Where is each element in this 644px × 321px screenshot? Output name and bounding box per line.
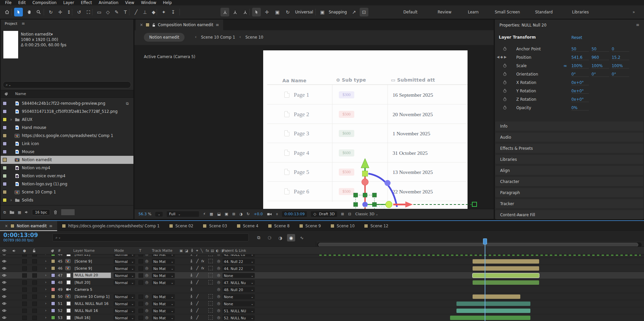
- layer-name[interactable]: [Scene 9]: [75, 266, 92, 271]
- solo-cell[interactable]: [22, 273, 27, 278]
- channel-icon[interactable]: ◑: [239, 212, 243, 216]
- switch-header-icon[interactable]: fx: [206, 248, 209, 253]
- 3d-layer-cell[interactable]: [208, 308, 213, 313]
- layer-name[interactable]: NULL Null 20: [73, 273, 111, 278]
- transparency-grid-icon[interactable]: ▦: [210, 212, 213, 216]
- gizmo-position-button[interactable]: ✛: [263, 8, 271, 16]
- shy-switch-icon[interactable]: [190, 294, 193, 299]
- eye-icon[interactable]: [2, 316, 6, 319]
- label-color-chip[interactable]: [51, 316, 55, 320]
- solo-cell[interactable]: [22, 259, 27, 264]
- layer-name[interactable]: [Null 20]: [75, 280, 90, 285]
- stopwatch-icon[interactable]: [503, 97, 507, 101]
- parent-link-dropdown[interactable]: None⌄: [223, 301, 255, 306]
- layer-name[interactable]: Camera 5: [75, 287, 92, 292]
- gizmo-rotate-button[interactable]: ↻: [283, 8, 292, 16]
- project-name-column-header[interactable]: Name: [1, 90, 133, 98]
- properties-menu-icon[interactable]: ≡: [636, 22, 639, 27]
- rectangle-tool[interactable]: ▭: [95, 8, 104, 16]
- eye-icon[interactable]: [2, 267, 6, 270]
- parent-link-column-label[interactable]: Parent & Link: [223, 248, 246, 253]
- preserve-transparency-cell[interactable]: [138, 316, 143, 320]
- preserve-transparency-cell[interactable]: [138, 309, 143, 313]
- new-folder-icon[interactable]: [9, 210, 14, 214]
- lock-cell[interactable]: [32, 316, 37, 320]
- track-matte-dropdown[interactable]: No Mat⌄: [152, 301, 175, 306]
- label-color-chip[interactable]: [51, 294, 55, 299]
- stopwatch-icon[interactable]: [503, 105, 507, 110]
- keyframe-navigator[interactable]: ◀◆▶: [497, 55, 508, 59]
- shy-switch-icon[interactable]: [190, 302, 193, 306]
- parent-link-dropdown[interactable]: 47. NULL Nu⌄: [223, 280, 255, 285]
- layer-row-45[interactable]: ›45[Scene 9]Normal⌄◎No Mat⌄╱fx◎44. Null …: [0, 258, 644, 265]
- close-icon[interactable]: ×: [5, 224, 8, 228]
- expander-icon[interactable]: ›: [45, 273, 46, 277]
- menu-effect[interactable]: Effect: [78, 0, 95, 5]
- project-item[interactable]: Notion-logo.svg (1).png: [1, 180, 133, 188]
- eye-icon[interactable]: [2, 295, 6, 298]
- 3d-layer-cell[interactable]: [208, 301, 213, 306]
- 3d-layer-cell[interactable]: [208, 280, 213, 284]
- interpret-footage-icon[interactable]: ⧉: [3, 210, 6, 215]
- timeline-tab[interactable]: Scene 8: [263, 221, 294, 231]
- playhead-line[interactable]: [485, 238, 485, 321]
- frame-blending-icon[interactable]: ◑: [276, 234, 284, 241]
- project-item[interactable]: Link icon: [1, 140, 133, 148]
- layer-row-50[interactable]: ›50[Scene 10 Comp 1]Normal⌄◎No Mat⌄╱◎Non…: [0, 293, 644, 300]
- layer-row-53[interactable]: ›53[Null 16]Normal⌄◎No Mat⌄╱◎52. NULL Nu…: [0, 314, 644, 321]
- workspace-libraries[interactable]: Libraries: [569, 8, 592, 16]
- panel-header-align[interactable]: Align: [495, 166, 643, 175]
- shy-layers-icon[interactable]: ⚆: [266, 234, 274, 241]
- shy-switch-icon[interactable]: [190, 259, 193, 263]
- mode-column-label[interactable]: Mode: [114, 248, 124, 253]
- pick-whip-icon[interactable]: ↗: [350, 8, 358, 16]
- panel-header-libraries[interactable]: Libraries: [495, 155, 643, 164]
- zoom-dropdown[interactable]: ⌄: [155, 212, 163, 217]
- layer-row-49[interactable]: ›49Camera 5◎48. Null 20⌄: [0, 286, 644, 293]
- audio-icon[interactable]: [25, 210, 29, 214]
- parent-link-dropdown[interactable]: None⌄: [223, 273, 255, 278]
- label-color-chip[interactable]: [3, 134, 7, 138]
- lock-cell[interactable]: [32, 309, 37, 313]
- layer-row-52[interactable]: ›52NULL Null 16Normal⌄◎No Mat⌄╱◎51. NULL…: [0, 307, 644, 314]
- expander-icon[interactable]: ›: [45, 280, 46, 284]
- menu-edit[interactable]: Edit: [15, 0, 29, 5]
- label-color-chip[interactable]: [3, 182, 7, 186]
- timeline-tab[interactable]: Scene 12: [359, 221, 393, 231]
- workspace-standard[interactable]: Standard: [532, 8, 556, 16]
- label-color-chip[interactable]: [51, 266, 55, 270]
- blend-mode-dropdown[interactable]: Normal⌄: [114, 301, 135, 306]
- menu-animation[interactable]: Animation: [96, 0, 122, 5]
- layer-name[interactable]: [Scene 10 Comp 1]: [75, 294, 110, 299]
- 3d-ground-plane-icon[interactable]: ⊞: [341, 212, 344, 216]
- property-value[interactable]: 0°: [592, 72, 609, 77]
- menu-file[interactable]: File: [2, 0, 14, 5]
- project-item[interactable]: https://docs.google.com/spreadsheets/ Co…: [1, 132, 133, 140]
- switch-header-icon[interactable]: ◐: [216, 248, 219, 253]
- eye-icon[interactable]: [2, 309, 6, 312]
- blend-mode-dropdown[interactable]: Normal⌄: [114, 273, 135, 278]
- project-item[interactable]: ›AEUX: [1, 116, 133, 124]
- track-matte-column-label[interactable]: Track Matte: [152, 248, 172, 253]
- timeline-tab[interactable]: ×Notion earnedit≡: [0, 221, 57, 231]
- preserve-transparency-cell[interactable]: [138, 266, 143, 271]
- label-color-chip[interactable]: [3, 118, 7, 122]
- label-color-chip[interactable]: [3, 174, 7, 178]
- parent-pickwhip-icon[interactable]: ◎: [217, 273, 220, 277]
- lock-icon[interactable]: [32, 248, 36, 253]
- quality-switch[interactable]: ╱: [196, 255, 199, 256]
- workspace-review[interactable]: Review: [434, 8, 455, 16]
- preserve-transparency-cell[interactable]: [138, 255, 143, 257]
- parent-pickwhip-icon[interactable]: ◎: [217, 266, 220, 270]
- parent-link-dropdown[interactable]: 44. Null 22⌄: [223, 266, 255, 271]
- property-value[interactable]: 541.6: [571, 55, 589, 60]
- 3d-layer-cell[interactable]: [208, 266, 213, 270]
- project-item[interactable]: ›Solids: [1, 196, 133, 204]
- expander-icon[interactable]: ›: [45, 259, 46, 263]
- 3d-transform-gizmo[interactable]: [350, 146, 494, 209]
- track-matte-pickwhip-icon[interactable]: ◎: [145, 308, 149, 313]
- universal-mode-label[interactable]: Universal: [295, 10, 313, 14]
- workspace-overflow-chevron[interactable]: »: [629, 8, 638, 16]
- project-item[interactable]: 584404c24b1c7f22-removebg-preview.png⧉: [1, 99, 133, 107]
- zoom-level-value[interactable]: 56.3: [138, 212, 147, 216]
